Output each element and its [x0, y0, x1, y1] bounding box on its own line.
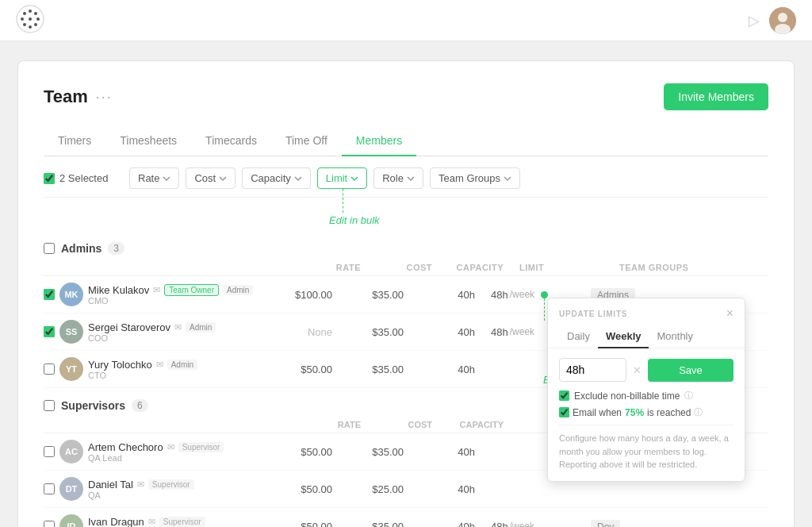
member-name-row: Daniel Tal ✉ Supervisor [88, 479, 194, 490]
capacity-cell: 40h [416, 521, 488, 528]
col-header-rate: RATE [302, 263, 373, 272]
supervisors-select-checkbox[interactable] [44, 400, 55, 411]
email-alert-suffix: is reached [647, 407, 691, 418]
play-icon[interactable]: ▷ [749, 12, 760, 29]
popup-tab-weekly[interactable]: Weekly [598, 325, 649, 348]
select-all-label[interactable]: 2 Selected [44, 172, 123, 184]
member-checkbox[interactable] [44, 326, 55, 337]
selected-count-text: 2 Selected [59, 172, 108, 184]
team-group-cell: Dev [591, 521, 678, 528]
member-checkbox[interactable] [44, 289, 55, 300]
capacity-dropdown[interactable]: Capacity [242, 167, 311, 189]
limit-dropdown[interactable]: Limit [317, 167, 367, 189]
rate-dropdown[interactable]: Rate [129, 167, 179, 189]
page-title-row: Team ··· [44, 87, 113, 107]
member-name: Sergei Staroverov [88, 321, 170, 333]
cost-cell: $35.00 [345, 364, 416, 375]
member-checkbox[interactable] [44, 483, 55, 494]
member-name-row: Yury Tolochko ✉ Admin [88, 359, 197, 371]
member-role: CTO [88, 371, 197, 380]
admins-section-name: Admins [61, 242, 102, 255]
email-icon: ✉ [148, 517, 155, 527]
table-row: ID Ivan Dragun ✉ Supervisor API Lead $50… [44, 508, 768, 527]
member-checkbox[interactable] [44, 364, 55, 375]
member-details: Ivan Dragun ✉ Supervisor API Lead [88, 516, 205, 528]
member-details: Daniel Tal ✉ Supervisor QA [88, 479, 194, 500]
email-alert-checkbox[interactable] [559, 407, 569, 417]
svg-point-11 [778, 13, 787, 22]
role-dropdown[interactable]: Role [373, 167, 423, 189]
admin-badge: Admin [167, 360, 197, 370]
admin-badge: Admin [223, 285, 253, 295]
member-name-row: Artem Chechoro ✉ Supervisor [88, 441, 224, 453]
popup-save-button[interactable]: Save [648, 359, 733, 382]
cost-cell: $35.00 [345, 326, 416, 338]
tab-time-off[interactable]: Time Off [271, 126, 342, 156]
member-name-row: Mike Kulakov ✉ Team Owner Admin [88, 284, 253, 296]
supervisor-badge: Supervisor [159, 517, 205, 527]
popup-tab-daily[interactable]: Daily [559, 325, 598, 348]
exclude-nonbillable-checkbox[interactable] [559, 390, 569, 401]
popup-tabs: Daily Weekly Monthly [548, 325, 745, 348]
rate-cell: $50.00 [274, 364, 345, 375]
admins-select-checkbox[interactable] [44, 243, 55, 254]
svg-point-8 [34, 12, 37, 15]
limit-edit-dot[interactable] [541, 291, 548, 298]
popup-description: Configure how many hours a day, a week, … [559, 425, 733, 471]
capacity-cell: 40h [416, 289, 488, 301]
col-header-limit: LIMIT [516, 263, 619, 272]
logo [16, 5, 44, 36]
rate-cell: None [274, 326, 345, 338]
col-header-team-groups: TEAM GROUPS [619, 263, 707, 272]
avatar: MK [59, 283, 83, 306]
tab-members[interactable]: Members [342, 126, 416, 156]
svg-point-4 [21, 17, 24, 21]
limit-input[interactable] [559, 358, 626, 382]
popup-tab-monthly[interactable]: Monthly [649, 325, 701, 348]
email-alert-pct: 75% [625, 407, 644, 418]
capacity-cell: 40h [416, 326, 488, 338]
tab-timesheets[interactable]: Timesheets [105, 126, 191, 156]
capacity-cell: 40h [416, 446, 488, 458]
member-name: Mike Kulakov [88, 284, 149, 296]
member-checkbox[interactable] [44, 521, 55, 527]
clear-input-icon[interactable]: ✕ [633, 364, 642, 376]
member-name: Daniel Tal [88, 479, 133, 490]
member-info: ID Ivan Dragun ✉ Supervisor API Lead [44, 514, 274, 527]
popup-title: UPDATE LIMITS [559, 310, 627, 318]
avatar: YT [59, 357, 83, 381]
update-limits-popup: UPDATE LIMITS × Daily Weekly Monthly ✕ S… [547, 298, 745, 482]
page-title: Team [44, 87, 88, 107]
tab-timecards[interactable]: Timecards [191, 126, 271, 156]
member-name-row: Ivan Dragun ✉ Supervisor [88, 516, 205, 528]
member-name-row: Sergei Staroverov ✉ Admin [88, 321, 216, 333]
supervisors-section-name: Supervisors [61, 399, 125, 412]
select-all-checkbox[interactable] [44, 173, 55, 184]
top-bar: ▷ [0, 0, 812, 41]
col-header-cost-sup: COST [373, 420, 445, 429]
user-avatar[interactable] [769, 7, 796, 34]
rate-cell: $50.00 [274, 446, 345, 458]
member-info: YT Yury Tolochko ✉ Admin CTO [44, 357, 274, 381]
exclude-nonbillable-label: Exclude non-billable time [574, 390, 680, 402]
popup-checkbox-exclude: Exclude non-billable time ⓘ [559, 390, 733, 402]
team-groups-dropdown[interactable]: Team Groups [430, 167, 520, 189]
popup-close-button[interactable]: × [726, 306, 733, 321]
member-name: Artem Chechoro [88, 441, 163, 453]
info-icon-2: ⓘ [694, 406, 703, 418]
avatar: ID [59, 514, 83, 527]
title-menu-dots[interactable]: ··· [96, 89, 113, 106]
popup-input-row: ✕ Save [559, 358, 733, 382]
annotation-line-inline [544, 298, 545, 321]
col-header-capacity-sup: CAPACITY [445, 420, 516, 429]
cost-dropdown[interactable]: Cost [186, 167, 236, 189]
limit-value: 48h [491, 521, 508, 528]
invite-members-button[interactable]: Invite Members [664, 83, 768, 110]
avatar: AC [59, 440, 83, 464]
rate-cell: $100.00 [274, 289, 345, 301]
limit-unit: /week [510, 289, 534, 300]
email-icon: ✉ [167, 442, 174, 452]
supervisor-badge: Supervisor [148, 479, 194, 490]
tab-timers[interactable]: Timers [44, 126, 105, 156]
member-checkbox[interactable] [44, 446, 55, 457]
